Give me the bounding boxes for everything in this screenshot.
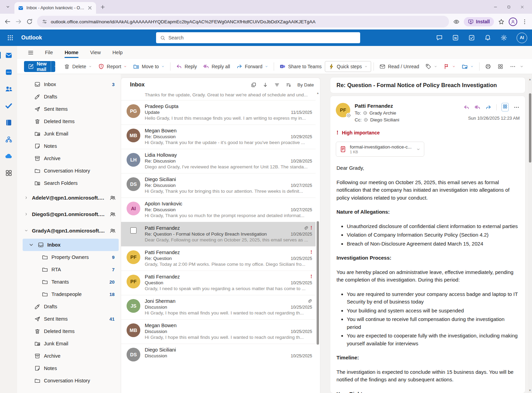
account-avatar[interactable]: AI — [517, 33, 527, 43]
new-mail-split-chevron[interactable] — [51, 61, 55, 72]
ribbon-read-unread-button[interactable]: Read / Unread — [376, 61, 422, 72]
sort-direction-icon[interactable] — [262, 82, 268, 88]
browser-menu-icon[interactable] — [521, 19, 528, 25]
rail-todo[interactable] — [4, 101, 13, 110]
folder-item-junk-email[interactable]: Junk Email — [23, 128, 119, 140]
ribbon-more-button[interactable] — [507, 61, 519, 72]
folder-item-deleted-items[interactable]: Deleted Items — [23, 325, 119, 337]
folder-item-deleted-items[interactable]: Deleted Items — [23, 115, 119, 128]
preview-icon[interactable] — [453, 19, 460, 25]
tab-search-chevron[interactable] — [3, 2, 12, 11]
account-gradya[interactable]: GradyA@qpn1.onmicrosoft.... — [23, 222, 119, 239]
ribbon-move-to-button[interactable]: Move to — [130, 61, 168, 72]
ribbon-share-to-teams-button[interactable]: TShare to Teams — [276, 61, 325, 72]
sender-avatar[interactable]: PF — [336, 103, 350, 117]
ribbon-folder-gear-button[interactable] — [459, 61, 477, 72]
notifications-bell-icon[interactable] — [484, 34, 491, 41]
rail-notebook[interactable] — [4, 118, 13, 127]
message-row[interactable]: JSJoni ShermanDiscussion10/25/2025Hi Gra… — [121, 295, 316, 319]
attachment-menu-chevron[interactable] — [416, 147, 421, 152]
browser-profile-button[interactable] — [509, 17, 517, 26]
folder-item-drafts[interactable]: Drafts — [23, 300, 119, 313]
back-icon[interactable] — [4, 18, 11, 25]
message-list-scrollbar[interactable]: ▲ — [316, 92, 320, 393]
browser-tab[interactable]: Inbox - Apolon Ivankovic - Outl — [14, 2, 96, 14]
apps-actions-button[interactable] — [501, 103, 509, 111]
message-row[interactable]: PFPatti Fernandez!Re: Question10/25/2025… — [121, 246, 316, 271]
rail-orgexplorer[interactable] — [4, 135, 13, 144]
message-row[interactable]: MBMegan BowenRe: Discussion10/29/2025Hi … — [121, 124, 316, 149]
ribbon-delete-button[interactable]: Delete — [61, 61, 95, 72]
folder-item-drafts[interactable]: Drafts — [23, 91, 119, 103]
settings-gear-icon[interactable] — [500, 34, 507, 41]
folder-item-search-folders[interactable]: Search Folders — [23, 177, 119, 189]
filter-icon[interactable] — [274, 82, 280, 88]
ribbon-tag-button[interactable] — [422, 61, 440, 72]
cc-recipient[interactable]: Diego Siciliani — [370, 117, 399, 122]
attachment-chip[interactable]: formal-investigation-notice-c... 1 KB — [336, 142, 424, 157]
close-window-icon[interactable] — [520, 5, 524, 9]
reply-icon[interactable] — [463, 104, 470, 110]
account-adelev[interactable]: AdeleV@qpn1.onmicrosoft.c... — [23, 189, 119, 206]
message-row[interactable]: PFPatti Fernandez!Question10/25/2025Grad… — [121, 271, 316, 295]
folder-item-junk-email[interactable]: Junk Email — [23, 337, 119, 350]
new-mail-button[interactable]: New mail — [24, 61, 55, 72]
search-input[interactable]: Search — [156, 32, 360, 43]
folder-item-sent-items[interactable]: Sent Items41 — [23, 313, 119, 325]
folder-item-rta[interactable]: RTA7 — [23, 263, 119, 276]
tasks-icon[interactable] — [468, 34, 475, 41]
folder-item-conversation-history[interactable]: Conversation History — [23, 165, 119, 177]
refresh-icon[interactable] — [26, 18, 33, 25]
reading-pane-scrollbar[interactable]: ▲ ▼ — [528, 78, 532, 393]
ribbon-reply-button[interactable]: Reply — [173, 61, 200, 72]
ribbon-reply-all-button[interactable]: Reply all — [200, 61, 233, 72]
message-row[interactable]: PGPradeep GuptaUpdate11/15/2025Hello Gra… — [121, 100, 316, 124]
folder-item-property-owners[interactable]: Property Owners9 — [23, 251, 119, 263]
maximize-icon[interactable] — [507, 5, 511, 9]
folder-item-tradespeople[interactable]: Tradespeople18 — [23, 288, 119, 300]
rail-onedrive[interactable] — [4, 152, 13, 160]
ribbon-printer-button[interactable] — [482, 61, 494, 72]
message-row[interactable]: Patti Fernandez!Re: Question - Formal No… — [121, 222, 316, 246]
rail-more-apps[interactable] — [4, 168, 13, 177]
ribbon-forward-button[interactable]: Forward — [233, 61, 271, 72]
scroll-thumb[interactable] — [529, 93, 531, 163]
forward-icon[interactable] — [485, 104, 492, 110]
message-row[interactable]: AIApolon IvankovicRe: Discussion10/27/20… — [121, 198, 316, 222]
hamburger-icon[interactable] — [27, 49, 34, 56]
folder-item-notes[interactable]: Notes — [23, 362, 119, 374]
minimize-icon[interactable] — [493, 5, 498, 9]
app-launcher-icon[interactable] — [7, 34, 14, 41]
message-checkbox[interactable] — [130, 227, 137, 234]
message-row[interactable]: MBMegan BowenDiscussion10/25/2025Hi Grad… — [121, 319, 316, 344]
scroll-thumb[interactable] — [317, 221, 319, 345]
chat-icon[interactable] — [436, 34, 443, 41]
menu-tab-help[interactable]: Help — [112, 48, 123, 57]
forward-icon[interactable] — [15, 18, 22, 25]
bookmark-star-icon[interactable] — [498, 19, 505, 25]
sender-name[interactable]: Patti Fernandez — [355, 103, 399, 109]
ribbon-grid4-button[interactable] — [494, 61, 507, 72]
to-recipient[interactable]: Grady Archie — [369, 110, 396, 116]
install-button[interactable]: Install — [464, 17, 494, 26]
menu-tab-home[interactable]: Home — [64, 48, 79, 57]
folder-item-conversation-history[interactable]: Conversation History — [23, 374, 119, 387]
folder-item-archive[interactable]: Archive — [23, 350, 119, 362]
rail-calendar[interactable] — [4, 68, 13, 76]
ribbon-flag-button[interactable] — [440, 61, 459, 72]
reply-all-icon[interactable] — [474, 104, 481, 110]
message-row-partial[interactable]: Thanks for the update, Grady. Great to h… — [121, 92, 316, 100]
ribbon-report-button[interactable]: Report — [95, 61, 130, 72]
ribbon-collapse-icon[interactable] — [520, 64, 524, 69]
message-row[interactable]: DSDiego SicilianiRe: Discussion10/27/202… — [121, 173, 316, 198]
folder-item-inbox[interactable]: Inbox — [23, 239, 119, 251]
account-diegos[interactable]: DiegoS@qpn1.onmicrosoft.c... — [23, 206, 119, 222]
menu-tab-view[interactable]: View — [90, 48, 102, 57]
select-all-icon[interactable] — [251, 82, 257, 88]
folder-item-sent-items[interactable]: Sent Items — [23, 103, 119, 115]
message-row[interactable]: DSDiego SicilianiDiscussion10/25/2025 — [121, 344, 316, 365]
ribbon-quick-steps-button[interactable]: Quick steps — [325, 61, 371, 72]
rail-mail[interactable] — [4, 51, 13, 60]
message-row[interactable]: LHLidia HollowayRe: Discussion10/28/2025… — [121, 149, 316, 173]
folder-item-archive[interactable]: Archive — [23, 152, 119, 165]
